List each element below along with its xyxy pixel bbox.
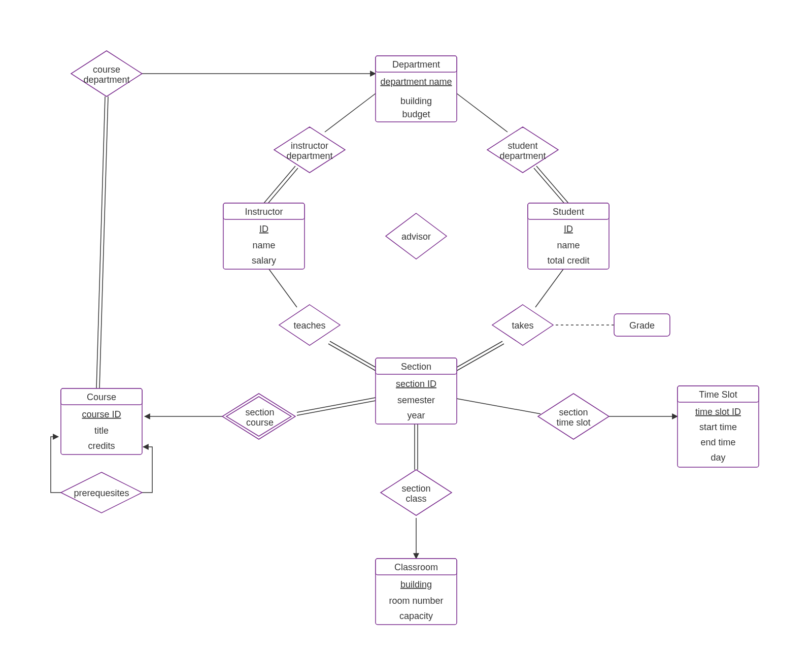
entity-course-key: course ID [82,409,121,419]
rel-prerequisites-l1: prerequesites [74,488,129,498]
entity-course-title: Course [87,392,116,402]
rel-takes-l1: takes [512,320,533,331]
entity-student: Student ID name total credit [528,203,609,269]
edge-seccourse-section-a [297,398,376,412]
edge-takes-section-b [457,344,504,371]
entity-section: Section section ID semester year [376,358,457,424]
entity-department: Department department name building budg… [376,56,457,122]
rel-student-department-l2: department [499,151,546,161]
entity-course: Course course ID title credits [61,388,142,454]
rel-section-class-l2: class [405,494,426,504]
entity-timeslot-a1: end time [700,437,735,447]
entity-instructor-key: ID [259,224,268,234]
entity-classroom-a0: room number [389,596,443,606]
rel-course-department-l2: department [83,75,129,85]
rel-instructor-department-l2: department [286,151,332,161]
entity-timeslot-key: time slot ID [695,407,741,417]
edge-teaches-instructor [269,269,297,307]
rel-course-department-l1: course [93,64,120,75]
entity-section-a0: semester [397,395,435,405]
edge-studdept-student-b [536,166,568,203]
entity-instructor-title: Instructor [245,207,283,217]
entity-classroom-key: building [400,579,432,590]
rel-advisor: advisor [386,213,447,259]
entity-classroom: Classroom building room number capacity [376,559,457,625]
edge-teaches-section-a [328,344,376,371]
entity-student-a1: total credit [547,255,589,266]
rel-section-course-l2: course [246,417,274,428]
rel-takes: takes [492,305,553,345]
entity-timeslot-a0: start time [699,422,737,432]
entity-student-a0: name [557,240,580,250]
entity-course-a0: title [94,426,109,436]
entity-department-key: department name [380,77,452,87]
edge-studdept-department [451,89,507,132]
edge-instdept-instructor-b [266,168,298,205]
rel-student-department: student department [487,127,558,173]
rel-section-class-l1: section [401,483,430,494]
rel-teaches-l1: teaches [293,320,325,331]
entity-department-a0: building [400,96,432,106]
rel-instructor-department: instructor department [274,127,345,173]
edge-teaches-section-b [330,341,377,368]
entity-student-key: ID [564,224,573,234]
rel-section-timeslot-l2: time slot [556,417,590,428]
edge-takes-section-a [455,341,502,368]
rel-section-class: section class [381,470,452,515]
entity-instructor-a0: name [252,240,275,250]
rel-instructor-department-l1: instructor [291,141,328,151]
edge-studdept-student-a [534,168,566,205]
entity-department-a1: budget [402,109,430,119]
rel-prerequisites: prerequesites [61,472,142,513]
attr-grade-label: Grade [629,320,655,331]
entity-classroom-a1: capacity [399,611,433,621]
rel-section-timeslot: section time slot [538,394,609,439]
entity-department-title: Department [392,59,440,70]
attr-grade: Grade [614,314,670,336]
entity-instructor-a1: salary [252,255,276,266]
entity-student-title: Student [553,207,584,217]
edge-seccourse-section-b [297,401,376,415]
rel-advisor-l1: advisor [401,232,431,242]
entity-section-key: section ID [396,379,436,389]
rel-section-course-l1: section [245,407,274,417]
entity-timeslot: Time Slot time slot ID start time end ti… [678,386,759,467]
entity-course-a1: credits [88,441,115,451]
edge-sectime-section [457,399,540,414]
entity-instructor: Instructor ID name salary [223,203,304,269]
edge-takes-student [535,269,563,307]
entity-timeslot-a2: day [710,452,725,463]
edge-instdept-department [325,89,382,132]
rel-section-timeslot-l1: section [559,407,588,417]
rel-teaches: teaches [279,305,340,345]
edge-instdept-instructor-a [264,166,295,203]
entity-classroom-title: Classroom [394,562,438,572]
entity-section-title: Section [401,362,431,372]
rel-section-course: section course [222,394,295,439]
rel-student-department-l1: student [507,141,537,151]
entity-timeslot-title: Time Slot [699,389,737,400]
rel-course-department: course department [71,51,142,96]
entity-section-a1: year [407,410,425,420]
